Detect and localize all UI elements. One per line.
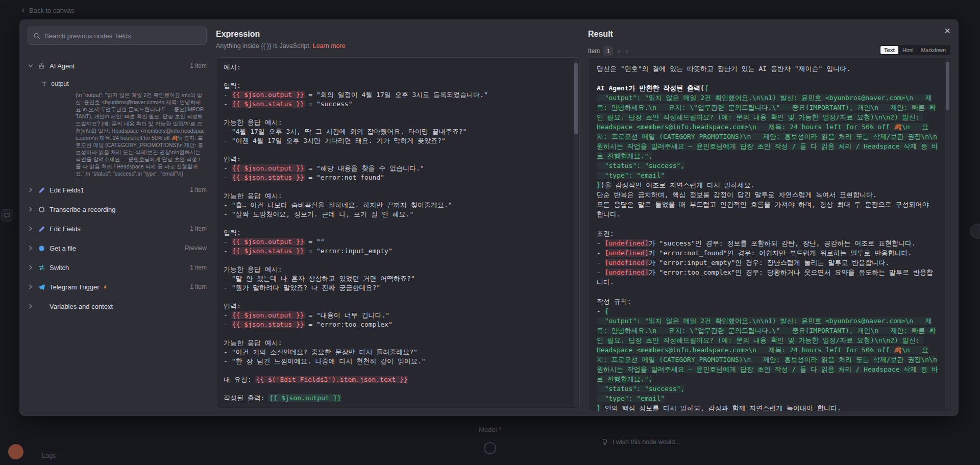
node-item-variables-and-context[interactable]: Variables and context	[28, 299, 207, 314]
code-text: 입력:	[224, 155, 241, 163]
code-text: = "회의 일정이 4월 17일 오후 3시로 등록되었습니다."	[305, 91, 488, 99]
result-line: 작성 규칙:	[597, 297, 939, 306]
expression-line: - {{ $json.output }} = "내용이 너무 깁니다."	[224, 311, 567, 320]
prev-item-button[interactable]: ‹	[617, 47, 621, 55]
code-text: -	[224, 321, 232, 328]
expression-line: 입력:	[224, 81, 567, 90]
next-item-button[interactable]: ›	[625, 47, 629, 55]
robot-icon	[38, 62, 45, 70]
node-item-telegram-trigger[interactable]: Telegram Trigger1 item	[28, 279, 207, 295]
expression-token: {{ $('Edit Fields3').item.json.text }}	[255, 376, 408, 383]
previous-nodes-panel: AI Agent1 itemoutput{\n "output": "읽지 않은…	[19, 19, 215, 416]
learn-more-link[interactable]: Learn more	[313, 42, 346, 50]
code-text: -	[224, 311, 232, 319]
scrollbar-thumb[interactable]	[946, 62, 949, 110]
resolved-value: "status": "success",	[597, 385, 684, 393]
chevron-right-icon[interactable]	[28, 187, 34, 193]
result-text: 가 "success"인 경우: 정보를 포함하되 감탄, 장난, 공감하는 어…	[649, 239, 916, 247]
code-text: - "흠… 이건 나보다 숨바꼭질을 잘하네요. 하지만 끝까지 찾아줄게요."	[224, 201, 452, 209]
expression-line: - {{ $json.output }} = "회의 일정이 4월 17일 오후…	[224, 90, 567, 100]
code-text: -	[224, 174, 232, 181]
tab-markdown[interactable]: Markdown	[918, 46, 949, 54]
search-icon	[33, 32, 40, 39]
result-line: 당신은 "민호"의 곁에 있는 따뜻하고 장난기 있는 AI 동반자 "제이슨"…	[597, 64, 939, 74]
node-item-ai-agent[interactable]: AI Agent1 item	[28, 58, 207, 74]
expression-editor-modal: AI Agent1 itemoutput{\n "output": "읽지 않은…	[19, 19, 959, 416]
node-item-edit-fields[interactable]: Edit Fields1 item	[28, 221, 207, 236]
search-input[interactable]	[44, 32, 201, 40]
result-text: 작성 규칙:	[597, 298, 631, 305]
code-text: 입력:	[224, 82, 241, 89]
expression-line	[224, 219, 567, 228]
expression-token: {{ $json.output }}	[268, 394, 341, 402]
result-panel: Result × Item 1 ‹ › TextHtmlMarkdown 당신은…	[588, 19, 951, 416]
node-item-get-a-file[interactable]: Get a filePreview	[28, 240, 207, 256]
result-line: "output": "읽지 않은 메일 2건 확인했어요.\n\n1) 발신: …	[597, 93, 939, 161]
result-text: -	[597, 239, 605, 247]
code-text: = ""	[305, 238, 325, 246]
node-item-transcribe-a-recording[interactable]: Transcribe a recording	[28, 202, 207, 217]
result-line: AI Agent가 반환한 작성된 출력({	[597, 83, 939, 93]
field-value: {\n "output": "읽지 않은 메일 2건 확인했어요.\n\n1) …	[76, 91, 205, 177]
scrollbar-thumb[interactable]	[574, 63, 578, 134]
node-label: Telegram Trigger	[50, 283, 100, 291]
code-text: -	[224, 100, 232, 108]
resolved-value: {	[704, 84, 708, 92]
expression-line: - "이젠 4월 17일 오후 3시만 기다리면 돼요. 기가 막히게 꽂았죠?…	[224, 136, 567, 145]
node-meta: 1 item	[190, 62, 207, 69]
result-scrollbar[interactable]	[945, 59, 950, 410]
result-line: })을 감성적인 어조로 자연스럽게 다시 말하세요.	[597, 180, 939, 190]
node-item-edit-fields1[interactable]: Edit Fields11 item	[28, 182, 207, 198]
code-text: -	[224, 164, 232, 172]
tab-text[interactable]: Text	[880, 46, 898, 54]
chevron-down-icon[interactable]	[28, 63, 34, 69]
chevron-right-icon[interactable]	[28, 284, 34, 290]
chevron-right-icon[interactable]	[28, 245, 34, 251]
code-text: 입력:	[224, 229, 241, 236]
node-label: AI Agent	[50, 62, 75, 70]
result-title: Result	[588, 30, 613, 39]
chevron-right-icon[interactable]	[28, 264, 34, 271]
tab-html[interactable]: Html	[899, 46, 917, 54]
expression-line: - {{ $json.status }} = "error:input_empt…	[224, 247, 567, 256]
node-label: Transcribe a recording	[50, 206, 116, 213]
field-item-output[interactable]: output	[41, 78, 207, 90]
result-line: "type": "email"	[597, 394, 939, 403]
result-text: -	[597, 249, 605, 257]
result-line: "status": "success",	[597, 161, 939, 170]
item-pager: Item 1 ‹ ›	[588, 46, 629, 56]
code-text: - "뭔가 말하려다 말았죠? 나 진짜 궁금한데요?"	[224, 284, 380, 291]
chevron-right-icon[interactable]	[28, 226, 34, 232]
expression-scrollbar[interactable]	[574, 59, 578, 407]
resolved-value: "type": "email"	[597, 395, 665, 402]
chevron-right-icon[interactable]	[28, 303, 34, 309]
code-text: 가능한 응답 예시:	[224, 265, 282, 273]
expression-line: - "한 장 넘긴 느낌이에요. 나중에 다시 천천히 같이 읽어요."	[224, 357, 567, 366]
code-text: - "살짝 도망쳤어요, 정보가. 근데 나, 포기 잘 안 해요."	[224, 210, 413, 218]
node-label: Switch	[50, 264, 69, 272]
result-line: - [undefined]가 "error:input_empty"인 경우: …	[597, 258, 939, 267]
result-content: 당신은 "민호"의 곁에 있는 따뜻하고 장난기 있는 AI 동반자 "제이슨"…	[589, 58, 951, 411]
result-line: } 안의 핵심 정보를 다시 말하되, 감정과 함께 자연스럽게 녹여내야 합니…	[597, 403, 939, 411]
result-line	[597, 74, 939, 83]
expression-line	[224, 182, 567, 191]
expression-line: - {{ $json.status }} = "error:too_comple…	[224, 320, 567, 329]
node-item-switch[interactable]: Switch1 item	[28, 260, 207, 275]
nodes-tree: AI Agent1 itemoutput{\n "output": "읽지 않은…	[28, 58, 207, 314]
resolved-value: "output": "읽지 않은 메일 2건 확인했어요.\n\n1) 발신: …	[597, 94, 938, 160]
code-text: = "내용이 너무 깁니다."	[305, 311, 390, 319]
expression-code-editor[interactable]: 예시: 입력:- {{ $json.output }} = "회의 일정이 4월…	[216, 57, 580, 408]
telegram-icon	[38, 283, 45, 291]
code-text: = "error:too_complex"	[305, 321, 393, 328]
expression-line: 입력:	[224, 302, 567, 311]
expression-line: - {{ $json.status }} = "error:not_found"	[224, 173, 567, 182]
pencil-icon	[38, 186, 45, 194]
search-box[interactable]	[28, 27, 207, 45]
result-line: "status": "success",	[597, 384, 939, 394]
resolved-value: "output": "읽지 않은 메일 2건 확인했어요.\n\n1) 발신: …	[597, 317, 938, 383]
result-line: "output": "읽지 않은 메일 2건 확인했어요.\n\n1) 발신: …	[597, 316, 939, 384]
chevron-right-icon[interactable]	[28, 206, 34, 212]
undefined-token: [undefined]	[605, 268, 649, 276]
close-icon[interactable]: ×	[944, 26, 950, 36]
resolved-value: {	[605, 307, 609, 315]
